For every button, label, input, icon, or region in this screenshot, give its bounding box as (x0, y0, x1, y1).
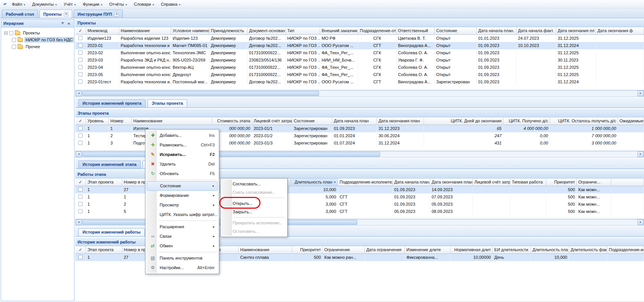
menu-dictionaries[interactable]: Словари (130, 0, 157, 8)
menu-functions[interactable]: Функции (79, 0, 106, 8)
menu-item-view[interactable]: Просмотр (147, 200, 218, 210)
menu-item-citk-cost-code[interactable]: ЦИТК. Указать шифр затрат... (147, 210, 218, 219)
menu-item-refresh[interactable]: ↻ОбновитьF5 (147, 169, 218, 179)
table-row[interactable]: 2023-05Выполнение опытно-конс...Дредноут… (75, 71, 644, 78)
column-header[interactable]: Лицевой счёт затрат. (252, 117, 292, 125)
column-header[interactable]: Длительность план▼ (290, 179, 338, 186)
filter-icon[interactable] (60, 20, 66, 26)
tab-work-history[interactable]: История изменений работы (78, 228, 145, 236)
column-header[interactable]: Уровень (86, 117, 109, 125)
column-header[interactable]: Ожидаемые (618, 117, 644, 125)
column-header[interactable]: Документ-основан (248, 27, 286, 35)
row-checkbox[interactable] (78, 126, 83, 130)
table-row[interactable]: 2023-01тестРазработка технологии и...Пос… (75, 78, 644, 86)
row-checkbox[interactable] (78, 65, 83, 69)
scroll-left-button[interactable] (76, 151, 82, 157)
menu-help[interactable]: Справка (157, 0, 184, 8)
close-tab-icon[interactable] (114, 12, 119, 16)
tree-checkbox[interactable] (12, 45, 16, 49)
column-header[interactable]: Ответственный (396, 27, 435, 35)
column-header[interactable]: ЦИТК. Дней до окончания (424, 117, 503, 125)
table-row[interactable]: 2023-04Выполнение опытно-конс...Вектор-А… (75, 64, 644, 71)
column-header[interactable]: Состояние (292, 117, 332, 125)
select-all-header[interactable]: ✓ (75, 27, 86, 35)
menu-item-exchange[interactable]: ⇄Обмен (147, 241, 218, 251)
menu-item-settings[interactable]: ⚙Настройки...Alt+Enter (147, 263, 218, 273)
select-all-header[interactable]: ✓ (75, 246, 86, 254)
column-header[interactable]: Длительность пла (531, 246, 569, 254)
tab-desktop[interactable]: Рабочий стол (2, 10, 38, 18)
collapse-panel-icon[interactable] (66, 20, 72, 26)
row-checkbox[interactable] (78, 50, 83, 55)
tree-item-niokr-goz[interactable]: НИОКР по ГОЗ без НДС (2, 36, 73, 43)
row-checkbox[interactable] (78, 202, 83, 206)
close-tab-icon[interactable] (64, 12, 68, 16)
column-header[interactable]: Номер (109, 117, 132, 125)
column-header[interactable]: Приоритет (292, 246, 323, 254)
tab-stage-history[interactable]: История изменений этапа (78, 161, 141, 169)
select-all-header[interactable]: ✓ (75, 179, 86, 186)
row-checkbox[interactable] (78, 133, 83, 138)
column-header[interactable]: Наименование (239, 246, 292, 254)
column-header[interactable]: Наименование (132, 117, 212, 125)
submenu-item-approve[interactable]: Согласовать... (222, 180, 286, 188)
row-checkbox[interactable] (78, 43, 83, 47)
column-header[interactable]: Подразделение-от (358, 27, 396, 35)
collapse-node-icon[interactable] (4, 31, 8, 35)
select-all-header[interactable]: ✓ (75, 117, 86, 125)
row-checkbox[interactable] (78, 58, 83, 62)
projects-hscrollbar[interactable] (75, 90, 644, 97)
menu-item-links[interactable]: ∞Связи (147, 232, 218, 241)
column-header[interactable]: ЦИТК. Осталось получить д/с (550, 117, 618, 125)
column-header[interactable]: Дата начала факт. (516, 27, 556, 35)
column-header[interactable]: Тип (286, 27, 320, 35)
column-header[interactable]: Дата окончания ф (596, 27, 644, 35)
column-header[interactable]: Длительность фак (569, 246, 607, 254)
row-checkbox[interactable] (78, 80, 83, 84)
row-checkbox[interactable] (78, 255, 83, 259)
column-header[interactable]: Подразделение-исполнитель. (338, 179, 393, 186)
column-header[interactable]: Дата окончания план (377, 117, 424, 125)
column-header[interactable]: Состояние (435, 27, 477, 35)
column-header[interactable]: Типовая работа (510, 179, 546, 186)
menu-item-toolbar[interactable]: ▤Панель инструментов (147, 253, 218, 263)
scroll-left-button[interactable] (76, 219, 82, 225)
column-header[interactable]: Наименование (119, 27, 171, 35)
scroll-right-button[interactable] (638, 151, 644, 157)
column-header[interactable]: Дата начала план. (393, 179, 430, 186)
scrollbar-thumb[interactable] (82, 91, 319, 96)
menu-documents[interactable]: Документы (29, 0, 60, 8)
menu-item-state[interactable]: Состояние (147, 181, 218, 191)
row-checkbox[interactable] (78, 141, 83, 145)
table-row[interactable]: 2023-02Выполнение опытно-конс...Технолог… (75, 49, 644, 57)
column-header[interactable]: Принадлежность (209, 27, 248, 35)
row-checkbox[interactable] (78, 72, 83, 76)
column-header[interactable]: Изменение длите (405, 246, 451, 254)
column-header[interactable]: Дата ограничения (365, 246, 405, 254)
menu-file[interactable]: Файл (8, 0, 29, 8)
menu-item-duplicate[interactable]: ✚Размножить...Ctrl+F3 (147, 140, 218, 150)
column-header[interactable]: ЕИ длительности (493, 246, 531, 254)
table-row[interactable]: 2023-03Разработка ЭКД и РКД н...905-U020… (75, 57, 644, 64)
column-header[interactable]: Мнемокод (86, 27, 119, 35)
scrollbar-thumb[interactable] (82, 220, 357, 225)
tree-item-other[interactable]: Прочее (2, 43, 73, 50)
submenu-item-close[interactable]: Закрыть... (222, 208, 286, 216)
submenu-item-open[interactable]: Открыть... (222, 199, 286, 208)
row-checkbox[interactable] (78, 209, 83, 213)
table-row[interactable]: Изделие123Разработка изделия 123Изделие-… (75, 35, 644, 42)
menu-item-extensions[interactable]: Расширения (147, 222, 218, 232)
column-header[interactable]: Ограниче... (577, 179, 611, 186)
scrollbar-thumb[interactable] (82, 152, 380, 157)
scroll-left-button[interactable] (76, 91, 82, 96)
column-header[interactable]: Приоритет (546, 179, 577, 186)
column-header[interactable]: Этап проекта (86, 246, 122, 254)
column-header[interactable] (611, 179, 644, 186)
row-checkbox[interactable] (78, 195, 83, 199)
tab-pup-instructions[interactable]: Инструкции ПУП (74, 10, 123, 18)
scroll-right-button[interactable] (638, 219, 644, 225)
column-header[interactable]: Нормативная длит (451, 246, 493, 254)
column-header[interactable]: Дата начала план. (477, 27, 516, 35)
table-row[interactable]: 2023-01Разработка технологии и ...Магнит… (75, 42, 644, 49)
column-header[interactable]: Лицевой счёт затр (473, 179, 510, 186)
